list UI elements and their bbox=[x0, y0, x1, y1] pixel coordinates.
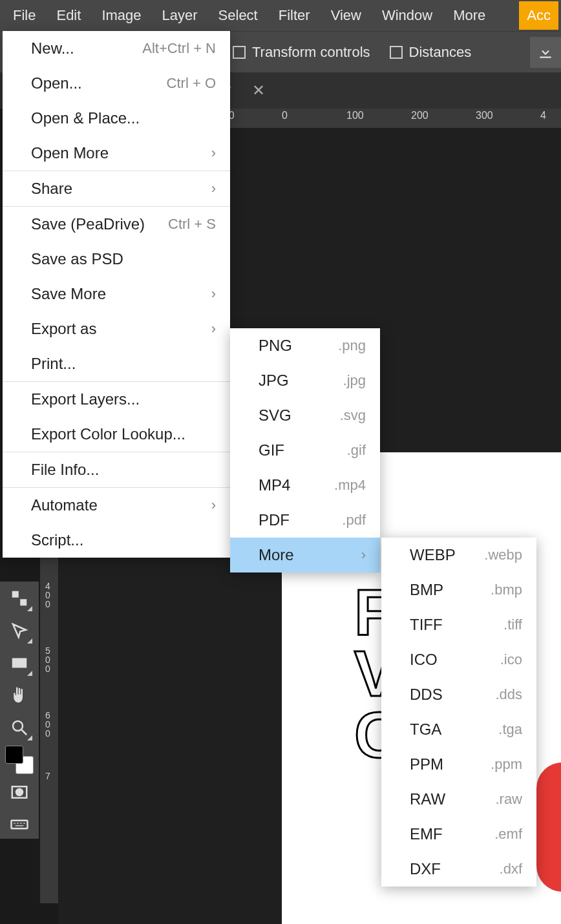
menu-item-label: Export as bbox=[31, 320, 96, 338]
menu-extension: .dds bbox=[495, 686, 522, 703]
ruler-tick: 300 bbox=[476, 110, 493, 121]
file-menu-item-save-peadrive[interactable]: Save (PeaDrive)Ctrl + S bbox=[3, 207, 230, 242]
menu-extension: .gif bbox=[347, 442, 366, 459]
file-menu-item-automate[interactable]: Automate› bbox=[3, 488, 230, 523]
menu-shortcut: Ctrl + O bbox=[167, 75, 216, 92]
menu-item-label: DXF bbox=[410, 860, 441, 878]
menu-item-label: TIFF bbox=[410, 616, 443, 634]
export-menu-item-svg[interactable]: SVG.svg bbox=[230, 398, 380, 433]
file-menu-item-export-color-lookup[interactable]: Export Color Lookup... bbox=[3, 417, 230, 452]
file-menu-item-open[interactable]: Open...Ctrl + O bbox=[3, 66, 230, 101]
more-menu-item-tiff[interactable]: TIFF.tiff bbox=[381, 607, 536, 642]
ruler-tick: 100 bbox=[346, 110, 364, 121]
file-menu-item-new[interactable]: New...Alt+Ctrl + N bbox=[3, 31, 230, 66]
menu-file[interactable]: File bbox=[3, 1, 46, 30]
menu-item-label: Script... bbox=[31, 531, 83, 549]
more-menu-item-webp[interactable]: WEBP.webp bbox=[381, 538, 536, 572]
more-menu-item-dxf[interactable]: DXF.dxf bbox=[381, 852, 536, 887]
svg-point-3 bbox=[16, 789, 23, 795]
file-menu-item-script[interactable]: Script... bbox=[3, 523, 230, 558]
menu-edit[interactable]: Edit bbox=[46, 1, 91, 30]
menu-item-label: Export Color Lookup... bbox=[31, 425, 185, 443]
menu-extension: .raw bbox=[495, 791, 522, 808]
tool-rectangle[interactable] bbox=[5, 649, 34, 677]
tool-hand[interactable] bbox=[5, 681, 34, 709]
menu-shortcut: Alt+Ctrl + N bbox=[142, 40, 216, 57]
file-menu-item-open-more[interactable]: Open More› bbox=[3, 136, 230, 171]
menu-item-label: PNG bbox=[259, 337, 292, 355]
canvas-red-shape bbox=[536, 762, 561, 892]
menu-extension: .ppm bbox=[491, 756, 522, 773]
transform-controls-checkbox[interactable] bbox=[233, 46, 246, 59]
export-menu-item-more[interactable]: More› bbox=[230, 538, 380, 572]
download-icon bbox=[537, 44, 554, 61]
export-menu-item-pdf[interactable]: PDF.pdf bbox=[230, 503, 380, 538]
ruler-tick: 200 bbox=[411, 110, 429, 121]
menu-filter[interactable]: Filter bbox=[268, 1, 321, 30]
menu-item-label: Open... bbox=[31, 74, 82, 92]
menu-item-label: TGA bbox=[410, 720, 441, 739]
ruler-tick: 5 0 0 bbox=[41, 646, 54, 673]
file-menu-item-export-as[interactable]: Export as› bbox=[3, 311, 230, 346]
more-menu-item-ico[interactable]: ICO.ico bbox=[381, 642, 536, 677]
svg-rect-8 bbox=[23, 823, 25, 824]
file-menu-item-save-more[interactable]: Save More› bbox=[3, 277, 230, 311]
menu-item-label: EMF bbox=[410, 825, 443, 843]
menu-item-label: BMP bbox=[410, 581, 443, 599]
export-menu-item-mp4[interactable]: MP4.mp4 bbox=[230, 468, 380, 503]
file-menu-item-export-layers[interactable]: Export Layers... bbox=[3, 382, 230, 417]
more-menu-item-raw[interactable]: RAW.raw bbox=[381, 782, 536, 817]
ruler-tick: 0 bbox=[282, 110, 288, 121]
menu-item-label: Automate bbox=[31, 496, 98, 514]
menu-item-label: File Info... bbox=[31, 461, 99, 479]
menu-extension: .webp bbox=[484, 547, 522, 563]
chevron-right-icon: › bbox=[211, 320, 216, 337]
export-as-submenu: PNG.pngJPG.jpgSVG.svgGIF.gifMP4.mp4PDF.p… bbox=[230, 328, 380, 572]
ruler-tick: 7 bbox=[41, 772, 54, 781]
account-button[interactable]: Acc bbox=[519, 1, 558, 30]
export-menu-item-jpg[interactable]: JPG.jpg bbox=[230, 363, 380, 398]
svg-rect-5 bbox=[14, 823, 16, 824]
tool-move[interactable] bbox=[5, 616, 34, 645]
svg-rect-7 bbox=[20, 823, 22, 824]
menu-layer[interactable]: Layer bbox=[152, 1, 208, 30]
menu-window[interactable]: Window bbox=[372, 1, 443, 30]
file-menu-item-print[interactable]: Print... bbox=[3, 346, 230, 381]
distances-checkbox[interactable] bbox=[390, 46, 403, 59]
menu-view[interactable]: View bbox=[321, 1, 372, 30]
tool-quickmask[interactable] bbox=[5, 778, 34, 806]
chevron-right-icon: › bbox=[211, 180, 216, 197]
menu-item-label: WEBP bbox=[410, 546, 456, 564]
export-menu-item-gif[interactable]: GIF.gif bbox=[230, 433, 380, 468]
menu-extension: .mp4 bbox=[334, 477, 366, 494]
menu-extension: .tga bbox=[498, 721, 522, 738]
menu-select[interactable]: Select bbox=[208, 1, 268, 30]
color-swatch[interactable] bbox=[5, 746, 34, 774]
download-button[interactable] bbox=[530, 37, 561, 68]
file-dropdown: New...Alt+Ctrl + NOpen...Ctrl + OOpen & … bbox=[3, 31, 230, 558]
menu-image[interactable]: Image bbox=[91, 1, 151, 30]
more-menu-item-bmp[interactable]: BMP.bmp bbox=[381, 572, 536, 607]
tool-keyboard[interactable] bbox=[5, 810, 34, 839]
export-menu-item-png[interactable]: PNG.png bbox=[230, 328, 380, 363]
svg-rect-4 bbox=[12, 821, 28, 829]
menu-item-label: GIF bbox=[259, 441, 284, 459]
tool-unknown-top[interactable] bbox=[5, 584, 34, 613]
more-menu-item-tga[interactable]: TGA.tga bbox=[381, 712, 536, 747]
menu-more[interactable]: More bbox=[443, 1, 496, 30]
ruler-tick: 4 0 0 bbox=[41, 582, 54, 609]
tab-close-icon[interactable]: ✕ bbox=[252, 81, 265, 100]
menu-item-label: Print... bbox=[31, 355, 76, 373]
tool-zoom[interactable] bbox=[5, 713, 34, 742]
more-menu-item-dds[interactable]: DDS.dds bbox=[381, 677, 536, 712]
file-menu-item-share[interactable]: Share› bbox=[3, 171, 230, 206]
more-menu-item-emf[interactable]: EMF.emf bbox=[381, 817, 536, 852]
file-menu-item-open-place[interactable]: Open & Place... bbox=[3, 101, 230, 136]
file-menu-item-file-info[interactable]: File Info... bbox=[3, 452, 230, 487]
menu-extension: .jpg bbox=[343, 372, 366, 389]
more-menu-item-ppm[interactable]: PPM.ppm bbox=[381, 747, 536, 782]
file-menu-item-save-as-psd[interactable]: Save as PSD bbox=[3, 242, 230, 277]
menu-item-label: ICO bbox=[410, 651, 438, 669]
svg-rect-0 bbox=[12, 658, 27, 668]
menu-item-label: Open More bbox=[31, 144, 109, 162]
